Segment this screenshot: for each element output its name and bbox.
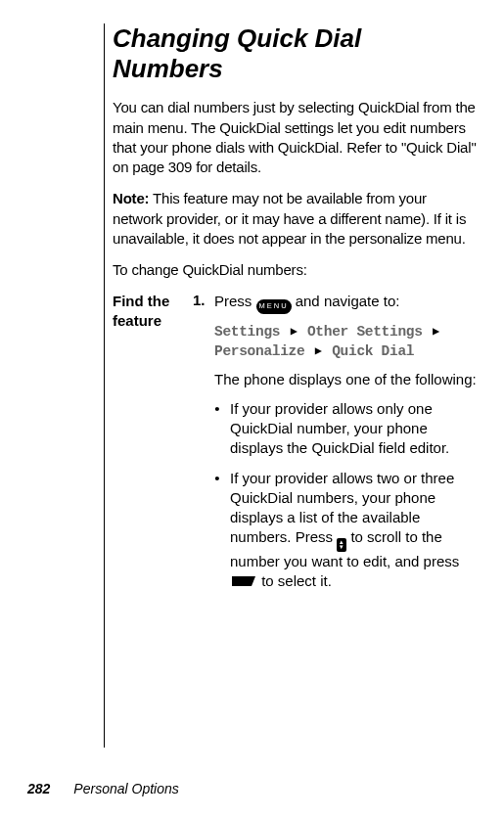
after-path-text: The phone displays one of the following:: [214, 370, 477, 389]
list-item: • If your provider allows two or three Q…: [214, 469, 477, 594]
select-key-icon: [230, 573, 257, 593]
lead-in-text: To change QuickDial numbers:: [113, 260, 477, 280]
menu-key-icon: MENU: [256, 299, 292, 314]
page-wrap: Changing Quick Dial Numbers You can dial…: [0, 0, 504, 748]
note-body: This feature may not be available from y…: [113, 190, 466, 247]
path-arrow-icon: ▶: [315, 343, 322, 360]
find-feature-label: Find the feature: [113, 292, 183, 609]
step-1-suffix: and navigate to:: [292, 293, 400, 309]
list-item: • If your provider allows only one Quick…: [214, 399, 477, 459]
content-area: Changing Quick Dial Numbers You can dial…: [27, 23, 477, 748]
page-footer: 282 Personal Options: [27, 781, 179, 796]
path-arrow-icon: ▶: [433, 324, 439, 341]
path-other-settings: Other Settings: [307, 324, 423, 340]
main-column: Changing Quick Dial Numbers You can dial…: [104, 23, 477, 748]
menu-path: Settings ▶ Other Settings ▶ Personalize …: [214, 322, 477, 362]
find-feature-line2: feature: [113, 312, 161, 329]
chapter-name: Personal Options: [73, 781, 178, 796]
step-1-row: 1. Press MENU and navigate to: Settings …: [193, 292, 477, 603]
section-heading: Changing Quick Dial Numbers: [113, 23, 477, 84]
path-quick-dial: Quick Dial: [332, 343, 414, 359]
bullet-list: • If your provider allows only one Quick…: [214, 399, 477, 594]
path-personalize: Personalize: [214, 343, 304, 359]
path-arrow-icon: ▶: [291, 324, 298, 341]
instruction-block: Find the feature 1. Press MENU and navig…: [113, 292, 477, 609]
instructions-right: 1. Press MENU and navigate to: Settings …: [193, 292, 477, 609]
find-feature-line1: Find the: [113, 293, 169, 309]
step-number: 1.: [193, 292, 210, 603]
note-paragraph: Note: This feature may not be available …: [113, 189, 477, 249]
bullet-icon: •: [214, 469, 220, 594]
scroll-key-icon: [337, 538, 346, 552]
path-settings: Settings: [214, 324, 280, 340]
bullet-1-text: If your provider allows only one QuickDi…: [230, 399, 477, 459]
step-1-prefix: Press: [214, 293, 256, 309]
note-label: Note:: [113, 190, 149, 206]
intro-paragraph: You can dial numbers just by selecting Q…: [113, 98, 477, 177]
page-number: 282: [27, 781, 50, 796]
bullet-icon: •: [214, 399, 220, 459]
bullet-2-post: to select it.: [257, 572, 332, 589]
step-1-content: Press MENU and navigate to: Settings ▶ O…: [214, 292, 477, 603]
bullet-2-text: If your provider allows two or three Qui…: [230, 469, 477, 594]
